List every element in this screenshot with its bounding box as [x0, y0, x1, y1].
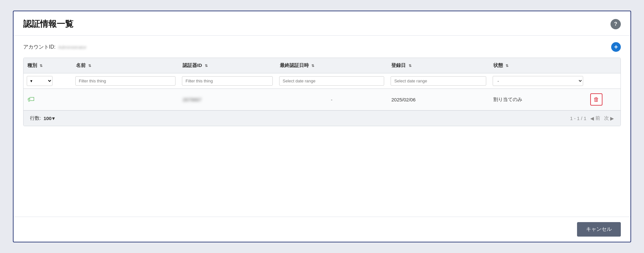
- table-container: 種別 ⇅ 名前 ⇅ 認証器ID ⇅ 最終認証日時: [23, 58, 621, 126]
- account-row: アカウントID: Administrator +: [23, 42, 621, 52]
- account-info: アカウントID: Administrator: [23, 44, 87, 51]
- cell-action: 🗑: [586, 89, 620, 110]
- table-filter-row: ▾: [24, 73, 620, 89]
- col-header-lastauth[interactable]: 最終認証日時 ⇅: [276, 58, 388, 73]
- filter-name-cell: [72, 73, 179, 89]
- col-header-regdate[interactable]: 登録日 ⇅: [387, 58, 489, 73]
- sort-icon-status: ⇅: [506, 64, 508, 68]
- col-header-name[interactable]: 名前 ⇅: [72, 58, 179, 73]
- filter-lastauth-cell: [276, 73, 388, 89]
- next-chevron-icon: ▶: [610, 116, 614, 121]
- table-row: 🏷 2679667 - 2025/02/06: [24, 89, 620, 110]
- sort-icon-regdate: ⇅: [409, 64, 412, 68]
- col-header-status[interactable]: 状態 ⇅: [489, 58, 586, 73]
- filter-regdate-input[interactable]: [391, 76, 486, 86]
- filter-lastauth-input[interactable]: [279, 76, 384, 86]
- dialog-title: 認証情報一覧: [23, 18, 73, 30]
- cancel-button[interactable]: キャンセル: [577, 222, 621, 237]
- sort-icon-type: ⇅: [40, 64, 43, 68]
- tag-icon: 🏷: [27, 95, 34, 103]
- pagination: 1 - 1 / 1 ◀ 前 次 ▶: [570, 115, 614, 121]
- table-footer-cell: 行数: 100 ▾ 1 - 1 / 1 ◀: [24, 110, 620, 126]
- delete-button[interactable]: 🗑: [590, 93, 602, 106]
- dialog: 認証情報一覧 ? アカウントID: Administrator + 種別 ⇅: [13, 11, 631, 242]
- auth-id-value: 2679667: [183, 97, 201, 102]
- help-icon[interactable]: ?: [611, 19, 621, 29]
- prev-chevron-icon: ◀: [590, 116, 594, 121]
- col-header-authid[interactable]: 認証器ID ⇅: [179, 58, 276, 73]
- filter-action-cell: [586, 73, 620, 89]
- sort-icon-name: ⇅: [88, 64, 91, 68]
- filter-status-cell: - 有効 無効 割り当てのみ: [489, 73, 586, 89]
- cell-type: 🏷: [24, 89, 72, 110]
- cell-lastauth: -: [276, 89, 388, 110]
- dialog-body: アカウントID: Administrator + 種別 ⇅ 名前: [14, 36, 630, 217]
- page-info: 1 - 1 / 1: [570, 116, 586, 121]
- filter-name-input[interactable]: [75, 76, 176, 86]
- rows-label: 行数:: [30, 115, 41, 121]
- account-id-label: アカウントID:: [23, 44, 55, 51]
- cell-status: 割り当てのみ: [489, 89, 586, 110]
- rows-per-page: 行数: 100 ▾: [30, 115, 55, 121]
- col-header-type[interactable]: 種別 ⇅: [24, 58, 72, 73]
- rows-count-chevron: ▾: [52, 116, 55, 121]
- dialog-footer: キャンセル: [14, 217, 630, 242]
- col-header-action: [586, 58, 620, 73]
- filter-status-select[interactable]: - 有効 無効 割り当てのみ: [493, 76, 583, 86]
- filter-regdate-cell: [387, 73, 489, 89]
- cell-name: [72, 89, 179, 110]
- cell-authid: 2679667: [179, 89, 276, 110]
- data-table: 種別 ⇅ 名前 ⇅ 認証器ID ⇅ 最終認証日時: [24, 58, 620, 126]
- filter-type-select[interactable]: ▾: [27, 76, 52, 86]
- sort-icon-lastauth: ⇅: [311, 64, 314, 68]
- dialog-header: 認証情報一覧 ?: [14, 11, 630, 36]
- rows-count-button[interactable]: 100 ▾: [43, 116, 55, 121]
- footer-content: 行数: 100 ▾ 1 - 1 / 1 ◀: [24, 110, 620, 126]
- trash-icon: 🗑: [593, 96, 599, 103]
- filter-authid-cell: [179, 73, 276, 89]
- cell-regdate: 2025/02/06: [387, 89, 489, 110]
- next-button[interactable]: 次 ▶: [604, 115, 614, 121]
- table-header-row: 種別 ⇅ 名前 ⇅ 認証器ID ⇅ 最終認証日時: [24, 58, 620, 73]
- filter-type-cell: ▾: [24, 73, 72, 89]
- table-footer-row: 行数: 100 ▾ 1 - 1 / 1 ◀: [24, 110, 620, 126]
- account-id-value: Administrator: [58, 44, 86, 50]
- sort-icon-authid: ⇅: [205, 64, 208, 68]
- filter-authid-input[interactable]: [182, 76, 272, 86]
- prev-button[interactable]: ◀ 前: [590, 115, 600, 121]
- add-icon[interactable]: +: [611, 42, 621, 52]
